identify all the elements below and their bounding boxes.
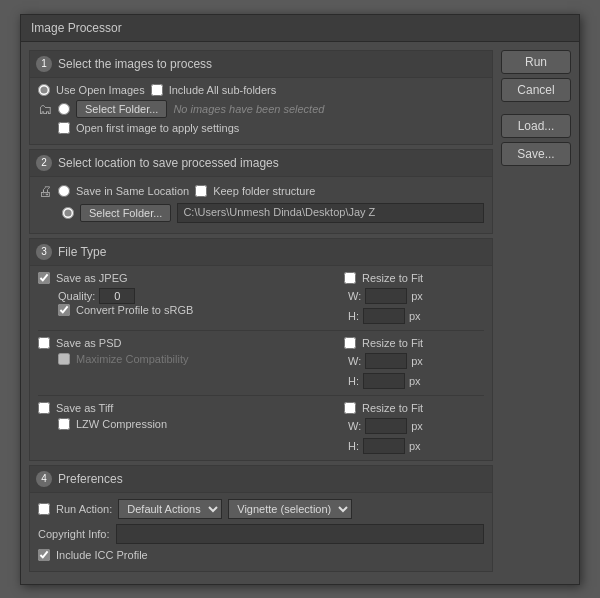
load-button[interactable]: Load... [501, 114, 571, 138]
image-processor-dialog: Image Processor 1 Select the images to p… [20, 14, 580, 585]
tiff-resize-label: Resize to Fit [362, 402, 423, 414]
copyright-label: Copyright Info: [38, 528, 110, 540]
maximize-row: Maximize Compatibility [38, 353, 336, 365]
convert-profile-label: Convert Profile to sRGB [76, 304, 193, 316]
open-first-checkbox[interactable] [58, 122, 70, 134]
folder-row: 🗂 Select Folder... No images have been s… [38, 100, 484, 118]
jpeg-h-row: H: px [344, 308, 484, 324]
run-button[interactable]: Run [501, 50, 571, 74]
select-folder-radio[interactable] [58, 103, 70, 115]
psd-h-unit: px [409, 375, 421, 387]
psd-h-input[interactable] [363, 373, 405, 389]
tiff-w-unit: px [411, 420, 423, 432]
open-first-row: Open first image to apply settings [38, 122, 484, 134]
step-3-circle: 3 [36, 244, 52, 260]
section-3-label: File Type [58, 245, 106, 259]
section-2-header: 2 Select location to save processed imag… [30, 150, 492, 177]
convert-profile-row: Convert Profile to sRGB [38, 304, 336, 316]
copyright-input[interactable] [116, 524, 484, 544]
select-folder-btn-2[interactable]: Select Folder... [80, 204, 171, 222]
load-save-group: Load... Save... [501, 114, 571, 166]
save-button[interactable]: Save... [501, 142, 571, 166]
cancel-button[interactable]: Cancel [501, 78, 571, 102]
jpeg-resize-checkbox[interactable] [344, 272, 356, 284]
lzw-label: LZW Compression [76, 418, 167, 430]
include-subfolders-label: Include All sub-folders [169, 84, 277, 96]
folder-icon-2: 🖨 [38, 183, 52, 199]
title-bar: Image Processor [21, 15, 579, 42]
section-4-label: Preferences [58, 472, 123, 486]
jpeg-w-row: W: px [344, 288, 484, 304]
select-folder-btn-1[interactable]: Select Folder... [76, 100, 167, 118]
run-action-row: Run Action: Default Actions Vignette (se… [38, 499, 484, 519]
maximize-label: Maximize Compatibility [76, 353, 188, 365]
jpeg-w-label: W: [348, 290, 361, 302]
save-tiff-checkbox[interactable] [38, 402, 50, 414]
step-2-circle: 2 [36, 155, 52, 171]
jpeg-h-unit: px [409, 310, 421, 322]
section-1-header: 1 Select the images to process [30, 51, 492, 78]
section-2: 2 Select location to save processed imag… [29, 149, 493, 234]
convert-profile-checkbox[interactable] [58, 304, 70, 316]
jpeg-right: Resize to Fit W: px H: px [344, 272, 484, 324]
section-4-body: Run Action: Default Actions Vignette (se… [30, 493, 492, 571]
folder-icon-1: 🗂 [38, 101, 52, 117]
psd-w-label: W: [348, 355, 361, 367]
keep-structure-checkbox[interactable] [195, 185, 207, 197]
use-open-images-label: Use Open Images [56, 84, 145, 96]
tiff-w-label: W: [348, 420, 361, 432]
run-action-checkbox[interactable] [38, 503, 50, 515]
main-panel: 1 Select the images to process Use Open … [29, 50, 493, 576]
maximize-checkbox[interactable] [58, 353, 70, 365]
divider-2 [38, 395, 484, 396]
section-3: 3 File Type Save as JPEG Quality: [29, 238, 493, 461]
psd-resize-checkbox[interactable] [344, 337, 356, 349]
section-2-body: 🖨 Save in Same Location Keep folder stru… [30, 177, 492, 233]
step-1-circle: 1 [36, 56, 52, 72]
save-psd-row: Save as PSD [38, 337, 336, 349]
side-buttons: Run Cancel Load... Save... [501, 50, 571, 576]
tiff-resize-row: Resize to Fit [344, 402, 484, 414]
tiff-w-input[interactable] [365, 418, 407, 434]
tiff-h-label: H: [348, 440, 359, 452]
psd-resize-row: Resize to Fit [344, 337, 484, 349]
icc-checkbox[interactable] [38, 549, 50, 561]
tiff-h-unit: px [409, 440, 421, 452]
action-vignette-select[interactable]: Vignette (selection) [228, 499, 352, 519]
psd-right: Resize to Fit W: px H: px [344, 337, 484, 389]
quality-input[interactable] [99, 288, 135, 304]
tiff-right: Resize to Fit W: px H: px [344, 402, 484, 454]
section-3-header: 3 File Type [30, 239, 492, 266]
quality-row: Quality: [38, 288, 336, 304]
save-jpeg-label: Save as JPEG [56, 272, 128, 284]
save-jpeg-checkbox[interactable] [38, 272, 50, 284]
keep-structure-label: Keep folder structure [213, 185, 315, 197]
psd-w-input[interactable] [365, 353, 407, 369]
dest-folder-row: Select Folder... C:\Users\Unmesh Dinda\D… [38, 203, 484, 223]
save-same-radio[interactable] [58, 185, 70, 197]
action-default-select[interactable]: Default Actions [118, 499, 222, 519]
dialog-title: Image Processor [31, 21, 122, 35]
include-subfolders-checkbox[interactable] [151, 84, 163, 96]
tiff-h-input[interactable] [363, 438, 405, 454]
jpeg-row-1: Save as JPEG Quality: Convert Profile to… [38, 272, 484, 324]
use-open-images-radio[interactable] [38, 84, 50, 96]
step-4-circle: 4 [36, 471, 52, 487]
section-4: 4 Preferences Run Action: Default Action… [29, 465, 493, 572]
psd-w-unit: px [411, 355, 423, 367]
jpeg-h-input[interactable] [363, 308, 405, 324]
psd-left: Save as PSD Maximize Compatibility [38, 337, 336, 389]
save-psd-label: Save as PSD [56, 337, 121, 349]
open-first-label: Open first image to apply settings [76, 122, 239, 134]
lzw-checkbox[interactable] [58, 418, 70, 430]
jpeg-w-input[interactable] [365, 288, 407, 304]
dest-folder-radio[interactable] [62, 207, 74, 219]
save-psd-checkbox[interactable] [38, 337, 50, 349]
section-4-header: 4 Preferences [30, 466, 492, 493]
icc-label: Include ICC Profile [56, 549, 148, 561]
lzw-row: LZW Compression [38, 418, 336, 430]
tiff-w-row: W: px [344, 418, 484, 434]
psd-row: Save as PSD Maximize Compatibility Resiz… [38, 337, 484, 389]
tiff-resize-checkbox[interactable] [344, 402, 356, 414]
jpeg-left: Save as JPEG Quality: Convert Profile to… [38, 272, 336, 324]
